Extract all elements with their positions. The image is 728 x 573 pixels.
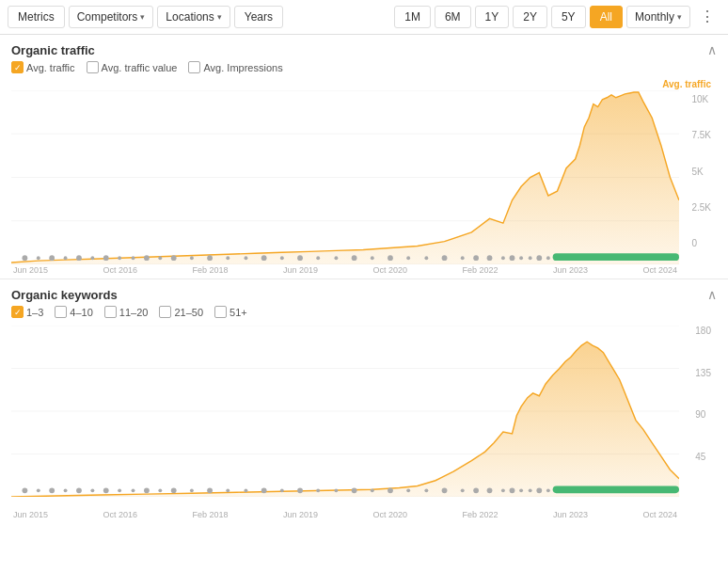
- time-all[interactable]: All: [590, 6, 623, 28]
- chart1-y-0: 0: [691, 238, 711, 248]
- svg-point-59: [207, 487, 213, 493]
- svg-point-38: [529, 256, 532, 260]
- avg-traffic-checkbox[interactable]: Avg. traffic: [11, 61, 75, 73]
- chart1-y-7.5k: 7.5K: [691, 130, 711, 140]
- chart2-x-jun2015: Jun 2015: [13, 510, 48, 519]
- svg-point-54: [132, 488, 135, 492]
- svg-point-21: [261, 255, 267, 261]
- svg-point-28: [388, 255, 393, 261]
- years-tab[interactable]: Years: [234, 6, 283, 28]
- range-51plus-checkbox[interactable]: 51+: [214, 306, 247, 318]
- chart1-x-oct2016: Oct 2016: [103, 265, 138, 275]
- avg-impressions-checkbox[interactable]: Avg. Impressions: [188, 61, 282, 73]
- chart1-x-feb2018: Feb 2018: [192, 265, 228, 275]
- svg-point-67: [352, 487, 357, 493]
- avg-traffic-value-checkbox[interactable]: Avg. traffic value: [87, 61, 178, 73]
- organic-traffic-chart: Avg. traffic 10K 7.5K 5K 2.5K 0: [11, 77, 717, 275]
- organic-traffic-header: Organic traffic ∧: [11, 42, 717, 57]
- svg-point-57: [171, 487, 177, 493]
- svg-point-48: [49, 487, 55, 493]
- svg-point-65: [316, 488, 320, 492]
- period-chevron-icon: ▾: [677, 12, 682, 22]
- range-21-50-check-icon: [159, 306, 171, 318]
- toolbar: Metrics Competitors ▾ Locations ▾ Years …: [0, 0, 728, 35]
- range-4-10-checkbox[interactable]: 4–10: [55, 306, 92, 318]
- time-5y[interactable]: 5Y: [551, 6, 586, 28]
- svg-point-37: [519, 256, 523, 260]
- svg-point-46: [23, 487, 28, 493]
- chart2-y-axis: 180 135 90 45: [695, 326, 711, 493]
- svg-point-66: [334, 488, 338, 492]
- avg-traffic-check-icon: [11, 61, 24, 73]
- organic-keywords-collapse[interactable]: ∧: [707, 287, 717, 302]
- svg-point-78: [519, 488, 523, 492]
- svg-point-35: [501, 256, 505, 260]
- svg-point-64: [297, 487, 303, 493]
- range-4-10-check-icon: [55, 306, 67, 318]
- svg-point-16: [171, 255, 177, 261]
- svg-point-76: [501, 488, 505, 492]
- svg-point-60: [226, 488, 229, 492]
- svg-point-34: [487, 255, 493, 261]
- svg-point-15: [158, 256, 162, 260]
- svg-point-20: [245, 256, 248, 260]
- svg-point-73: [461, 488, 465, 492]
- time-2y[interactable]: 2Y: [513, 6, 547, 28]
- organic-traffic-section: Organic traffic ∧ Avg. traffic Avg. traf…: [0, 35, 728, 279]
- chart2-area: [11, 342, 679, 497]
- svg-point-24: [316, 256, 320, 260]
- chart1-x-jun2019: Jun 2019: [283, 265, 318, 275]
- period-dropdown[interactable]: Monthly ▾: [626, 6, 690, 28]
- svg-point-70: [406, 488, 410, 492]
- svg-point-31: [442, 255, 448, 261]
- chart2-y-135: 135: [695, 368, 711, 378]
- competitors-chevron-icon: ▾: [140, 12, 145, 22]
- svg-point-29: [406, 256, 410, 260]
- svg-point-58: [190, 488, 194, 492]
- svg-point-36: [510, 255, 515, 261]
- range-1-3-checkbox[interactable]: 1–3: [11, 306, 43, 318]
- organic-keywords-chart: 180 135 90 45: [11, 322, 717, 519]
- svg-point-27: [371, 256, 374, 260]
- svg-point-26: [352, 255, 357, 261]
- svg-point-23: [297, 255, 303, 261]
- svg-point-55: [144, 487, 150, 493]
- svg-point-68: [371, 488, 374, 492]
- chart1-svg: [11, 90, 679, 264]
- competitors-dropdown[interactable]: Competitors ▾: [69, 6, 154, 28]
- time-1m[interactable]: 1M: [394, 6, 431, 28]
- svg-point-8: [64, 256, 68, 260]
- chart1-x-oct2020: Oct 2020: [372, 265, 407, 275]
- svg-point-30: [424, 256, 428, 260]
- svg-point-49: [64, 488, 68, 492]
- organic-traffic-collapse[interactable]: ∧: [707, 42, 717, 57]
- svg-point-47: [37, 488, 40, 492]
- chart2-x-oct2016: Oct 2016: [103, 510, 138, 519]
- svg-point-56: [158, 488, 162, 492]
- chart2-svg: [11, 326, 679, 497]
- range-11-20-checkbox[interactable]: 11–20: [104, 306, 149, 318]
- time-1y[interactable]: 1Y: [475, 6, 510, 28]
- chart2-x-feb2018: Feb 2018: [192, 510, 228, 519]
- svg-point-10: [90, 256, 94, 260]
- svg-point-50: [76, 487, 82, 493]
- chart1-selection-bar: [553, 253, 679, 261]
- locations-dropdown[interactable]: Locations ▾: [157, 6, 229, 28]
- metrics-tab[interactable]: Metrics: [8, 6, 65, 28]
- svg-point-77: [510, 487, 515, 493]
- avg-impressions-check-icon: [188, 61, 200, 73]
- svg-point-40: [546, 256, 550, 260]
- time-6m[interactable]: 6M: [435, 6, 471, 28]
- range-1-3-check-icon: [11, 306, 24, 318]
- chart2-selection-bar: [553, 486, 679, 494]
- chart1-x-jun2015: Jun 2015: [13, 265, 48, 275]
- organic-traffic-title: Organic traffic: [11, 43, 95, 57]
- svg-point-14: [144, 255, 150, 261]
- range-21-50-checkbox[interactable]: 21–50: [159, 306, 203, 318]
- svg-point-13: [132, 256, 135, 260]
- chart2-x-oct2024: Oct 2024: [642, 510, 677, 519]
- toolbar-right: 1M 6M 1Y 2Y 5Y All Monthly ▾ ⋮: [394, 6, 720, 28]
- more-options-button[interactable]: ⋮: [694, 6, 720, 28]
- svg-point-80: [536, 487, 542, 493]
- chart2-x-jun2023: Jun 2023: [553, 510, 588, 519]
